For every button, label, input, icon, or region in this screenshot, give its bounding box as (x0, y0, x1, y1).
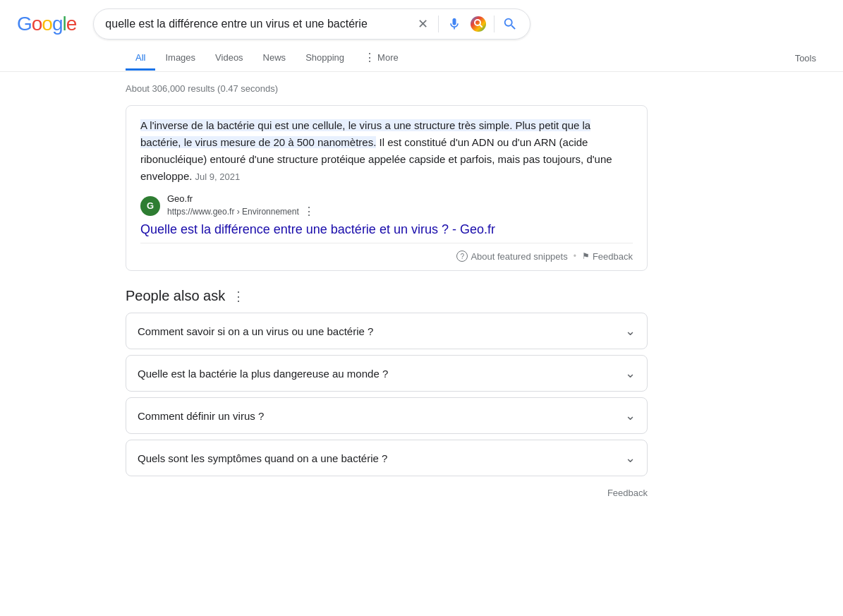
svg-point-0 (471, 16, 486, 32)
paa-question-4: Quels sont les symptômes quand on a une … (138, 452, 387, 464)
nav-news[interactable]: News (253, 47, 296, 71)
paa-item-1[interactable]: Comment savoir si on a un virus ou une b… (126, 313, 648, 349)
icon-divider2 (494, 16, 495, 32)
lens-search-icon[interactable] (470, 16, 487, 32)
clear-icon[interactable]: ✕ (414, 16, 431, 32)
search-nav: All Images Videos News Shopping ⋮ More T… (0, 40, 843, 72)
paa-options-icon[interactable]: ⋮ (232, 289, 245, 304)
source-favicon: G (140, 196, 160, 216)
icon-divider (438, 16, 439, 32)
paa-chevron-2: ⌄ (625, 366, 636, 381)
search-icons: ✕ (414, 16, 518, 32)
tools-button[interactable]: Tools (785, 47, 826, 69)
snippet-result-link[interactable]: Quelle est la différence entre une bacté… (140, 222, 633, 237)
paa-question-3: Comment définir un virus ? (138, 410, 264, 422)
snippet-source: G Geo.fr https://www.geo.fr › Environnem… (140, 193, 633, 218)
search-input[interactable] (105, 18, 407, 30)
question-icon: ? (456, 250, 468, 262)
snippet-date: Jul 9, 2021 (195, 171, 241, 182)
paa-chevron-4: ⌄ (625, 450, 636, 466)
footer-feedback: Feedback (126, 482, 648, 504)
search-submit-button[interactable] (502, 16, 518, 32)
featured-snippet: A l'inverse de la bactérie qui est une c… (126, 105, 648, 271)
header: Google ✕ (0, 0, 843, 40)
paa-question-1: Comment savoir si on a un virus ou une b… (138, 325, 373, 337)
nav-videos[interactable]: Videos (205, 47, 253, 71)
snippet-text: A l'inverse de la bactérie qui est une c… (140, 117, 633, 185)
nav-shopping[interactable]: Shopping (296, 47, 354, 71)
main-content: About 306,000 results (0.47 seconds) A l… (0, 72, 698, 521)
search-bar-wrapper: ✕ (93, 8, 530, 40)
search-bar: ✕ (93, 8, 530, 40)
paa-item-3[interactable]: Comment définir un virus ? ⌄ (126, 397, 648, 434)
nav-all[interactable]: All (126, 47, 155, 71)
nav-more[interactable]: ⋮ More (354, 45, 408, 72)
feedback-link[interactable]: ⚑ Feedback (582, 251, 633, 262)
more-dots-icon: ⋮ (364, 51, 375, 64)
paa-header: People also ask ⋮ (126, 288, 648, 304)
paa-title: People also ask (126, 288, 225, 304)
paa-chevron-1: ⌄ (625, 323, 636, 339)
google-logo[interactable]: Google (17, 13, 76, 35)
snippet-footer: ? About featured snippets • ⚑ Feedback (140, 243, 633, 262)
flag-icon: ⚑ (582, 251, 590, 261)
about-featured-snippets-link[interactable]: ? About featured snippets (456, 250, 567, 262)
paa-item-4[interactable]: Quels sont les symptômes quand on a une … (126, 440, 648, 476)
voice-search-icon[interactable] (446, 16, 463, 32)
source-info: Geo.fr https://www.geo.fr › Environnemen… (167, 193, 315, 218)
paa-chevron-3: ⌄ (625, 408, 636, 423)
source-url: https://www.geo.fr › Environnement ⋮ (167, 205, 315, 218)
paa-question-2: Quelle est la bactérie la plus dangereus… (138, 368, 388, 380)
results-count: About 306,000 results (0.47 seconds) (126, 83, 681, 94)
bottom-feedback-link[interactable]: Feedback (607, 488, 648, 498)
source-options-icon[interactable]: ⋮ (303, 205, 315, 218)
nav-images[interactable]: Images (155, 47, 205, 71)
footer-separator: • (574, 251, 576, 261)
people-also-ask-section: People also ask ⋮ Comment savoir si on a… (126, 288, 648, 504)
paa-item-2[interactable]: Quelle est la bactérie la plus dangereus… (126, 355, 648, 392)
source-name: Geo.fr (167, 193, 315, 204)
